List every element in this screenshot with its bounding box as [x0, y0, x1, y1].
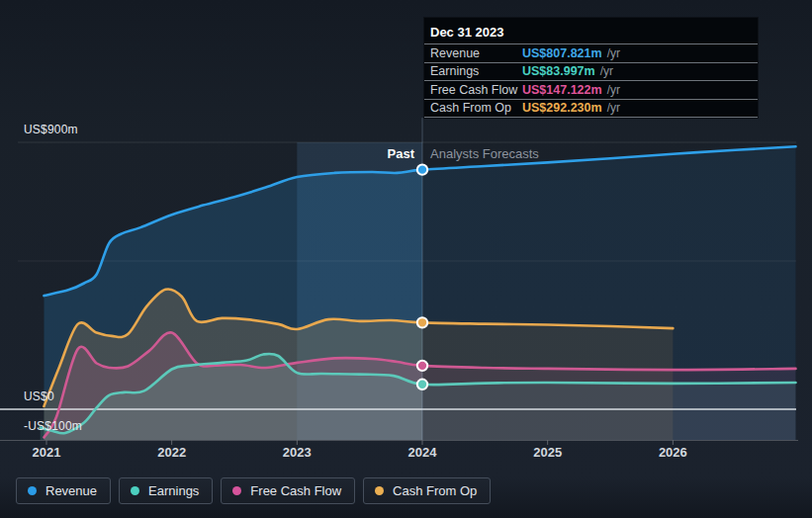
legend-item-earnings[interactable]: Earnings: [119, 477, 213, 504]
legend-label: Revenue: [45, 483, 97, 498]
y-axis-label-0: US$0: [24, 389, 54, 403]
tooltip-label: Earnings: [430, 64, 522, 78]
tooltip-value: US$147.122m: [522, 83, 602, 97]
x-tick-2024: 2024: [408, 445, 437, 460]
tooltip-suffix: /yr: [607, 83, 620, 97]
analysts-forecasts-phase-label: Analysts Forecasts: [430, 146, 539, 161]
x-tick-2026: 2026: [659, 445, 687, 460]
fcf-hover-marker[interactable]: [417, 361, 427, 371]
legend-item-revenue[interactable]: Revenue: [16, 477, 111, 504]
tooltip-label: Revenue: [430, 46, 522, 60]
x-tick-2021: 2021: [33, 445, 61, 460]
tooltip-date-title: Dec 31 2023: [424, 18, 758, 44]
tooltip-row-cash-from-op: Cash From Op US$292.230m /yr: [424, 100, 758, 119]
tooltip-label: Cash From Op: [430, 101, 522, 115]
x-tick-2023: 2023: [283, 445, 312, 460]
tooltip-value: US$83.997m: [522, 64, 595, 78]
tooltip-suffix: /yr: [600, 64, 613, 78]
earnings-dot-icon: [131, 486, 139, 495]
x-tick-2025: 2025: [533, 445, 562, 460]
tooltip-value: US$292.230m: [522, 101, 602, 115]
earnings-revenue-growth-chart-page: { "tooltip": { "title": "Dec 31 2023", "…: [0, 0, 812, 518]
legend-label: Earnings: [148, 483, 199, 498]
legend-item-free-cash-flow[interactable]: Free Cash Flow: [221, 477, 355, 504]
past-phase-label: Past: [0, 146, 414, 161]
tooltip-value: US$807.821m: [522, 46, 602, 60]
tooltip-row-earnings: Earnings US$83.997m /yr: [424, 63, 758, 82]
cashop-hover-marker[interactable]: [417, 317, 427, 327]
chart-legend: Revenue Earnings Free Cash Flow Cash Fro…: [16, 477, 491, 504]
legend-label: Cash From Op: [393, 483, 477, 498]
tooltip-row-free-cash-flow: Free Cash Flow US$147.122m /yr: [424, 81, 758, 100]
free-cash-flow-dot-icon: [232, 486, 241, 495]
cash-from-op-dot-icon: [375, 486, 384, 495]
tooltip-row-revenue: Revenue US$807.821m /yr: [424, 44, 758, 63]
earnings-hover-marker[interactable]: [417, 380, 427, 389]
legend-item-cash-from-op[interactable]: Cash From Op: [363, 477, 491, 504]
legend-label: Free Cash Flow: [250, 483, 341, 498]
tooltip-suffix: /yr: [607, 46, 620, 60]
tooltip-suffix: /yr: [607, 101, 620, 115]
y-axis-label-900m: US$900m: [24, 123, 78, 136]
revenue-dot-icon: [28, 486, 37, 495]
tooltip-label: Free Cash Flow: [430, 83, 522, 97]
revenue-hover-marker[interactable]: [417, 164, 427, 174]
x-tick-2022: 2022: [157, 445, 186, 460]
y-axis-label-neg100m: -US$100m: [24, 419, 82, 433]
data-tooltip: Dec 31 2023 Revenue US$807.821m /yr Earn…: [423, 17, 759, 119]
